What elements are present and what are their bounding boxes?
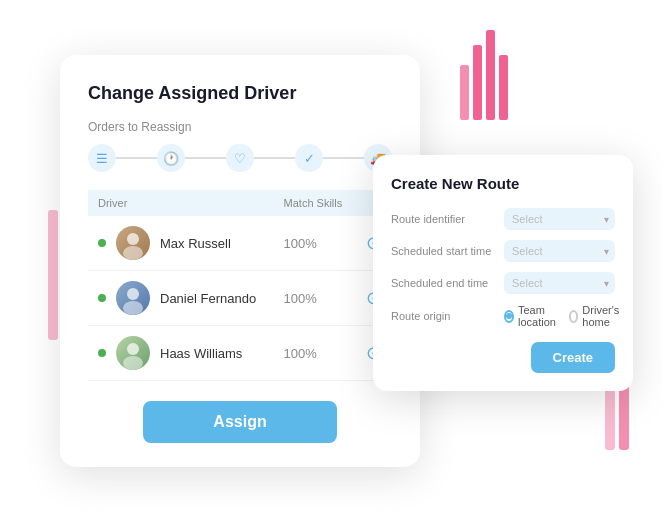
online-dot-3 [98, 349, 106, 357]
route-identifier-select[interactable]: Select [504, 208, 615, 230]
start-time-row: Scheduled start time Select [391, 240, 615, 262]
step-heart-icon: ♡ [226, 144, 254, 172]
step-clock-icon: 🕐 [157, 144, 185, 172]
end-time-row: Scheduled end time Select [391, 272, 615, 294]
online-dot-2 [98, 294, 106, 302]
route-origin-row: Route origin Team location Driver's home [391, 304, 615, 328]
route-identifier-row: Route identifier Select [391, 208, 615, 230]
driver-match-1: 100% [274, 216, 356, 271]
create-route-card: Create New Route Route identifier Select… [373, 155, 633, 391]
orders-label: Orders to Reassign [88, 120, 392, 134]
driver-cell-2: Daniel Fernando [88, 271, 274, 326]
driver-name-3: Haas Williams [160, 346, 242, 361]
route-origin-radio-group: Team location Driver's home [504, 304, 623, 328]
assign-card-title: Change Assigned Driver [88, 83, 392, 104]
col-header-driver: Driver [88, 190, 274, 216]
step-line-2 [185, 157, 226, 159]
end-time-select[interactable]: Select [504, 272, 615, 294]
step-check-icon: ✓ [295, 144, 323, 172]
route-origin-label: Route origin [391, 309, 496, 323]
step-line-3 [254, 157, 295, 159]
driver-table: Driver Match Skills Max [88, 190, 392, 381]
svg-point-3 [123, 301, 143, 315]
end-time-select-wrap[interactable]: Select [504, 272, 615, 294]
driver-row-2[interactable]: Daniel Fernando 100% ⊙ [88, 271, 392, 326]
driver-match-2: 100% [274, 271, 356, 326]
decorative-bars [460, 30, 508, 120]
step-list-icon: ☰ [88, 144, 116, 172]
driver-avatar-3 [116, 336, 150, 370]
svg-point-2 [127, 288, 139, 300]
assign-button[interactable]: Assign [143, 401, 336, 443]
driver-row-3[interactable]: Haas Williams 100% ⊙ [88, 326, 392, 381]
end-time-label: Scheduled end time [391, 276, 496, 290]
drivers-home-option[interactable]: Driver's home [569, 304, 623, 328]
drivers-home-label: Driver's home [582, 304, 623, 328]
start-time-select-wrap[interactable]: Select [504, 240, 615, 262]
start-time-label: Scheduled start time [391, 244, 496, 258]
route-identifier-select-wrap[interactable]: Select [504, 208, 615, 230]
route-identifier-label: Route identifier [391, 212, 496, 226]
assign-driver-card: Change Assigned Driver Orders to Reassig… [60, 55, 420, 467]
svg-point-1 [123, 246, 143, 260]
driver-cell-1: Max Russell [88, 216, 274, 271]
team-location-radio[interactable] [504, 310, 514, 323]
svg-point-0 [127, 233, 139, 245]
driver-avatar-1 [116, 226, 150, 260]
team-location-option[interactable]: Team location [504, 304, 559, 328]
svg-point-4 [127, 343, 139, 355]
driver-avatar-2 [116, 281, 150, 315]
driver-name-1: Max Russell [160, 236, 231, 251]
col-header-skills: Match Skills [274, 190, 356, 216]
svg-point-5 [123, 356, 143, 370]
driver-name-2: Daniel Fernando [160, 291, 256, 306]
create-button[interactable]: Create [531, 342, 615, 373]
team-location-label: Team location [518, 304, 559, 328]
decorative-strip-left [48, 210, 58, 340]
drivers-home-radio[interactable] [569, 310, 578, 323]
assign-button-wrap: Assign [88, 401, 392, 443]
start-time-select[interactable]: Select [504, 240, 615, 262]
route-card-title: Create New Route [391, 175, 615, 192]
create-button-wrap: Create [391, 342, 615, 373]
step-line-1 [116, 157, 157, 159]
driver-row-1[interactable]: Max Russell 100% ⊙ [88, 216, 392, 271]
progress-steps: ☰ 🕐 ♡ ✓ 🚚 [88, 144, 392, 172]
online-dot-1 [98, 239, 106, 247]
driver-match-3: 100% [274, 326, 356, 381]
step-line-4 [323, 157, 364, 159]
driver-cell-3: Haas Williams [88, 326, 274, 381]
